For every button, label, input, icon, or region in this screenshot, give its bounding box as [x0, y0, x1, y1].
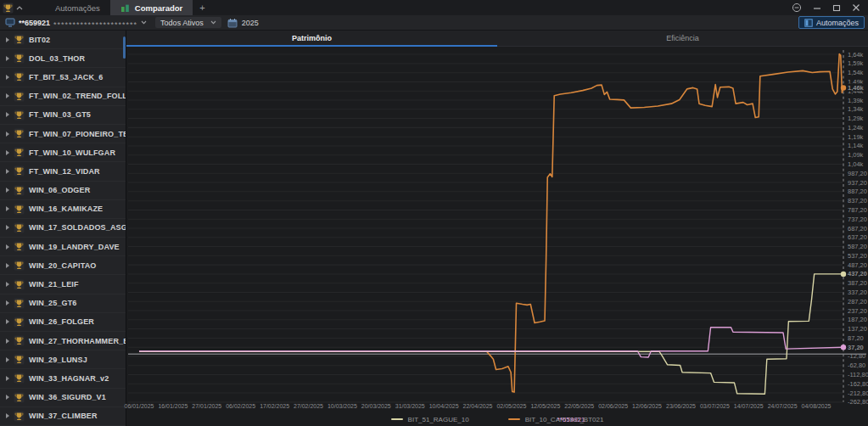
sidebar-item[interactable]: WIN_06_ODGER	[0, 182, 126, 200]
account-number: **659921	[19, 19, 50, 27]
strategy-trophy-icon	[14, 373, 25, 384]
tab-comparador[interactable]: Comparador	[110, 0, 193, 15]
expand-caret-icon[interactable]	[6, 188, 9, 193]
expand-caret-icon[interactable]	[6, 56, 9, 61]
y-axis-label: 1,64k	[848, 51, 864, 59]
sidebar-item[interactable]: DOL_03_THOR	[0, 49, 126, 68]
strategy-trophy-icon	[14, 335, 25, 346]
expand-caret-icon[interactable]	[6, 263, 9, 268]
sidebar-item[interactable]: FT_WIN_03_GT5	[0, 106, 126, 125]
patrimonio-chart[interactable]: 1,64k1,59k1,54k1,49k1,44k1,39k1,34k1,29k…	[126, 47, 868, 412]
legend-swatch	[508, 418, 520, 420]
sidebar-item[interactable]: WIN_20_CAPITAO	[0, 256, 126, 275]
collapse-menu-caret-icon[interactable]	[16, 6, 23, 10]
strategy-trophy-icon	[14, 147, 25, 158]
sidebar-item[interactable]: WIN_33_HAGNAR_v2	[0, 369, 126, 388]
sidebar-item[interactable]: WIN_27_THORHAMMER_BETA	[0, 332, 126, 350]
minimize-button[interactable]	[813, 3, 821, 12]
expand-caret-icon[interactable]	[6, 413, 9, 418]
toolbar: **659921 ********************** Todos At…	[0, 15, 868, 31]
y-axis-label: 1,04k	[848, 160, 864, 168]
x-axis-label: 10/03/2025	[328, 403, 357, 409]
asset-filter-value: Todos Ativos	[160, 19, 204, 27]
sidebar-item[interactable]: FT_WIN_02_TREND_FOLLOWING	[0, 87, 126, 106]
expand-caret-icon[interactable]	[6, 132, 9, 137]
sidebar-item-label: FT_WIN_03_GT5	[29, 110, 91, 119]
x-axis-label: 02/05/2025	[496, 403, 526, 409]
account-masked-name: **********************	[53, 22, 137, 27]
strategy-trophy-icon	[14, 34, 25, 45]
expand-caret-icon[interactable]	[6, 282, 9, 287]
sidebar-item[interactable]: WIN_17_SOLDADOS_ASGARD	[0, 219, 126, 238]
sidebar-item[interactable]: WIN_37_CLIMBER	[0, 407, 126, 426]
x-axis-label: 20/03/2025	[361, 403, 391, 409]
automacoes-button-label: Automações	[816, 19, 859, 27]
y-axis-label: 437,20	[848, 270, 867, 277]
panel-icon	[804, 19, 813, 27]
maximize-button[interactable]	[832, 3, 841, 12]
chart-canvas[interactable]: 1,64k1,59k1,54k1,49k1,44k1,39k1,34k1,29k…	[126, 47, 868, 412]
asset-filter-dropdown[interactable]: Todos Ativos	[155, 17, 221, 28]
expand-caret-icon[interactable]	[6, 150, 9, 155]
sidebar-item-label: WIN_06_ODGER	[29, 186, 90, 194]
collapse-ribbon-button[interactable]	[792, 3, 802, 13]
close-button[interactable]	[852, 3, 860, 12]
sidebar-item-label: FT_WIN_02_TREND_FOLLOWING	[29, 92, 126, 100]
y-axis-label: 637,20	[848, 233, 867, 241]
x-axis-label: 22/05/2025	[564, 403, 594, 409]
strategy-trophy-icon	[14, 392, 25, 403]
expand-caret-icon[interactable]	[6, 319, 9, 324]
account-selector[interactable]: **659921 **********************	[3, 16, 149, 29]
sidebar-item[interactable]: FT_BIT_53_JACK_6	[0, 68, 126, 87]
expand-caret-icon[interactable]	[6, 357, 9, 362]
sidebar-item[interactable]: WIN_25_GT6	[0, 294, 126, 313]
expand-caret-icon[interactable]	[6, 75, 9, 80]
sidebar-item-label: WIN_33_HAGNAR_v2	[29, 374, 109, 383]
sidebar-item[interactable]: WIN_36_SIGURD_V1	[0, 389, 126, 407]
y-axis-label: 387,20	[848, 279, 867, 287]
sidebar-item-label: WIN_20_CAPITAO	[29, 261, 96, 270]
sidebar-item[interactable]: WIN_19_LANDRY_DAVE	[0, 238, 126, 256]
expand-caret-icon[interactable]	[6, 169, 9, 174]
legend-swatch	[391, 418, 403, 420]
sidebar-item[interactable]: WIN_21_LEIF	[0, 275, 126, 294]
expand-caret-icon[interactable]	[6, 300, 9, 305]
sidebar-item[interactable]: FT_WIN_12_VIDAR	[0, 162, 126, 181]
sidebar-item[interactable]: FT_WIN_07_PIONEIRO_TESTE	[0, 125, 126, 143]
sidebar-item[interactable]: FT_WIN_10_WULFGAR	[0, 143, 126, 162]
x-axis-label: 23/06/2025	[666, 403, 696, 409]
expand-caret-icon[interactable]	[6, 37, 9, 42]
expand-caret-icon[interactable]	[6, 225, 9, 230]
sidebar-item-label: WIN_19_LANDRY_DAVE	[29, 243, 120, 251]
y-axis-label: 1,39k	[848, 97, 864, 104]
tab-eficiencia[interactable]: Eficiência	[497, 31, 868, 47]
legend-item[interactable]: BIT_10_CAPITAO_BT021 **659921	[508, 416, 604, 423]
sidebar-scrollbar-thumb[interactable]	[123, 36, 126, 59]
automacoes-panel-button[interactable]: Automações	[798, 16, 865, 29]
sidebar-item[interactable]: BIT02	[0, 31, 126, 49]
chart-view-tabs: Patrimônio Eficiência	[126, 31, 868, 47]
sidebar-item[interactable]: WIN_29_LUNSJ	[0, 350, 126, 369]
year-filter[interactable]: 2025	[227, 18, 259, 28]
y-axis-label: 1,34k	[848, 105, 864, 113]
calendar-icon	[227, 18, 238, 28]
expand-caret-icon[interactable]	[6, 376, 9, 381]
expand-caret-icon[interactable]	[6, 395, 9, 400]
legend-item[interactable]: BIT_51_RAGUE_10	[391, 416, 469, 423]
y-axis-label: 687,20	[848, 224, 867, 232]
strategy-trophy-icon	[14, 354, 25, 365]
sidebar-item[interactable]: WIN_16_KAMIKAZE	[0, 200, 126, 219]
tab-patrimonio[interactable]: Patrimônio	[126, 31, 497, 47]
new-tab-button[interactable]: +	[193, 0, 211, 15]
expand-caret-icon[interactable]	[6, 93, 9, 98]
expand-caret-icon[interactable]	[6, 244, 9, 249]
sidebar-item-label: WIN_21_LEIF	[29, 280, 79, 289]
expand-caret-icon[interactable]	[6, 112, 9, 117]
sidebar-item-label: FT_WIN_07_PIONEIRO_TESTE	[29, 130, 126, 138]
sidebar-list: BIT02DOL_03_THORFT_BIT_53_JACK_6FT_WIN_0…	[0, 31, 126, 426]
expand-caret-icon[interactable]	[6, 206, 9, 211]
sidebar-item[interactable]: WIN_26_FOLGER	[0, 313, 126, 332]
tab-automacoes[interactable]: Automações	[45, 0, 110, 15]
expand-caret-icon[interactable]	[6, 339, 9, 344]
tab-patrimonio-label: Patrimônio	[292, 34, 332, 42]
